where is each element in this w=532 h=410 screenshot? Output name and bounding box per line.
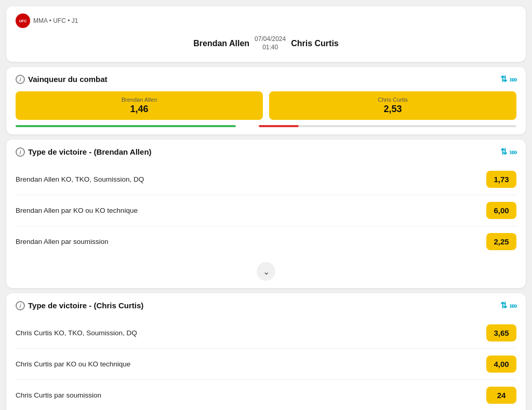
section1-title-group: i Vainqueur du combat [16,75,108,84]
section2-odds-rows: Brendan Allen KO, TKO, Soumission, DQ 1,… [16,164,516,257]
odds-btn-3-0[interactable]: 3,65 [486,324,516,341]
section-victoire-chris: i Type de victoire - (Chris Curtis) ⇅ »»… [6,293,526,410]
section1-header: i Vainqueur du combat ⇅ »» [16,74,516,84]
bet-label-fighter1: Brendan Allen [20,97,259,103]
odds-label-3-2: Chris Curtis par soumission [16,391,101,399]
section2-icons: ⇅ »» [500,147,516,157]
progress-green [16,125,236,127]
section3-title-group: i Type de victoire - (Chris Curtis) [16,301,143,310]
match-hour: 01:40 [255,44,286,52]
bet-buttons-row: Brendan Allen 1,46 Chris Curtis 2,53 [16,91,516,120]
info-icon-3: i [16,301,25,310]
section2-title: Type de victoire - (Brendan Allen) [28,147,152,156]
match-header: UFC MMA • UFC • J1 [16,13,516,28]
odds-label-2-0: Brendan Allen KO, TKO, Soumission, DQ [16,175,144,183]
section3-odds-rows: Chris Curtis KO, TKO, Soumission, DQ 3,6… [16,318,516,410]
progress-bar-row [16,125,516,127]
bet-btn-fighter2[interactable]: Chris Curtis 2,53 [269,91,516,120]
section3-header: i Type de victoire - (Chris Curtis) ⇅ »» [16,300,516,310]
triple-arrows-icon-3[interactable]: »» [509,301,516,310]
odds-btn-2-2[interactable]: 2,25 [486,233,516,250]
section-vainqueur: i Vainqueur du combat ⇅ »» Brendan Allen… [6,67,526,134]
section2-title-group: i Type de victoire - (Brendan Allen) [16,147,152,157]
ufc-logo-text: UFC [19,19,26,23]
bet-odds-fighter1: 1,46 [20,104,259,115]
odds-row-2-2: Brendan Allen par soumission 2,25 [16,226,516,257]
arrows-icon-2[interactable]: ⇅ [500,147,507,157]
odds-label-2-2: Brendan Allen par soumission [16,238,109,245]
section1-title: Vainqueur du combat [28,75,108,84]
info-icon-2: i [16,147,25,157]
odds-row-2-1: Brendan Allen par KO ou KO technique 6,0… [16,195,516,226]
section-victoire-brendan: i Type de victoire - (Brendan Allen) ⇅ »… [6,140,526,288]
info-icon-1: i [16,75,25,84]
league-badge: UFC MMA • UFC • J1 [16,13,78,28]
bet-label-fighter2: Chris Curtis [273,97,512,103]
match-card: UFC MMA • UFC • J1 Brendan Allen 07/04/2… [6,6,526,62]
bet-btn-fighter1[interactable]: Brendan Allen 1,46 [16,91,263,120]
odds-row-3-2: Chris Curtis par soumission 24 [16,380,516,410]
ufc-logo: UFC [16,13,30,28]
fighter2-name: Chris Curtis [291,39,339,48]
arrows-icon-3[interactable]: ⇅ [500,300,507,310]
arrows-icon-1[interactable]: ⇅ [500,74,507,84]
progress-right-spacer [299,125,516,127]
section1-icons: ⇅ »» [500,74,516,84]
odds-label-3-1: Chris Curtis par KO ou KO technique [16,360,130,368]
section3-title: Type de victoire - (Chris Curtis) [28,301,143,310]
fighter1-name: Brendan Allen [193,39,249,48]
odds-btn-2-1[interactable]: 6,00 [486,202,516,219]
expand-btn-section2: ⌄ [16,262,516,281]
odds-btn-2-0[interactable]: 1,73 [486,171,516,188]
odds-row-3-1: Chris Curtis par KO ou KO technique 4,00 [16,349,516,380]
odds-row-3-0: Chris Curtis KO, TKO, Soumission, DQ 3,6… [16,318,516,349]
match-fighters: Brendan Allen 07/04/2024 01:40 Chris Cur… [16,31,516,54]
match-time: 07/04/2024 01:40 [255,35,286,51]
section2-header: i Type de victoire - (Brendan Allen) ⇅ »… [16,147,516,157]
chevron-down-icon: ⌄ [263,267,270,277]
odds-btn-3-2[interactable]: 24 [486,387,516,404]
triple-arrows-icon-2[interactable]: »» [509,147,516,157]
bet-odds-fighter2: 2,53 [273,104,512,115]
expand-circle-btn[interactable]: ⌄ [257,262,275,281]
odds-btn-3-1[interactable]: 4,00 [486,356,516,373]
odds-label-2-1: Brendan Allen par KO ou KO technique [16,207,138,214]
breadcrumb: MMA • UFC • J1 [33,17,78,24]
odds-row-2-0: Brendan Allen KO, TKO, Soumission, DQ 1,… [16,164,516,195]
section3-icons: ⇅ »» [500,300,516,310]
odds-label-3-0: Chris Curtis KO, TKO, Soumission, DQ [16,329,137,337]
progress-red [259,125,299,127]
match-date: 07/04/2024 [255,35,286,44]
triple-arrows-icon-1[interactable]: »» [509,75,516,84]
